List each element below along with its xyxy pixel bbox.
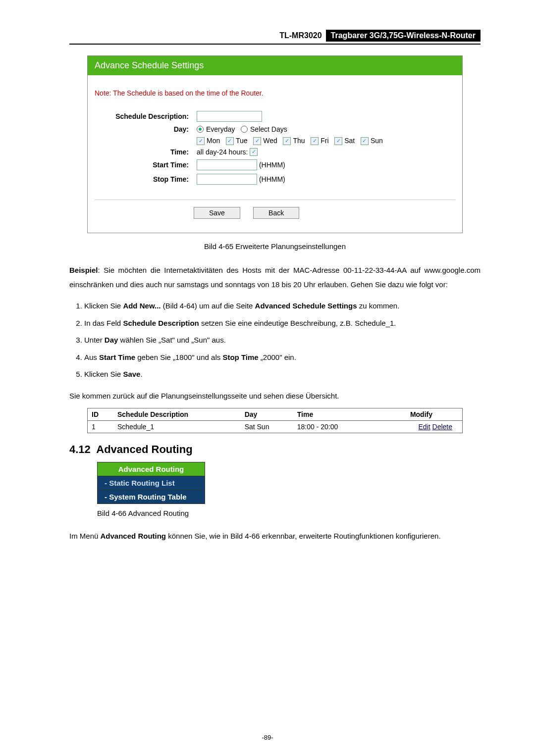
table-row: 1 Schedule_1 Sat Sun 18:00 - 20:00 Edit … <box>88 421 462 433</box>
th-day: Day <box>241 408 293 421</box>
step-5: Klicken Sie Save. <box>84 367 481 382</box>
page-number: -89- <box>0 734 535 741</box>
check-mon[interactable] <box>197 137 205 145</box>
save-button[interactable]: Save <box>194 207 240 219</box>
radio-select-days-label: Select Days <box>250 125 287 133</box>
th-id: ID <box>88 408 113 421</box>
step-2: In das Feld Schedule Description setzen … <box>84 316 481 331</box>
allday-label: all day-24 hours: <box>197 148 248 156</box>
start-time-input[interactable] <box>197 159 257 170</box>
panel-title: Advance Schedule Settings <box>88 56 462 75</box>
schedule-description-input[interactable] <box>197 111 262 122</box>
section-heading: 4.12 Advanced Routing <box>69 443 481 456</box>
check-allday[interactable] <box>250 148 258 156</box>
radio-everyday-label: Everyday <box>206 125 235 133</box>
figure-caption-4-66: Bild 4-66 Advanced Routing <box>97 509 481 517</box>
th-time: Time <box>293 408 372 421</box>
schedule-note: Note: The Schedule is based on the time … <box>95 89 455 97</box>
check-sat[interactable] <box>334 137 342 145</box>
step-4: Aus Start Time geben Sie „1800" und als … <box>84 351 481 365</box>
label-start-time: Start Time: <box>95 161 197 169</box>
label-stop-time: Stop Time: <box>95 175 197 183</box>
label-description: Schedule Description: <box>95 112 197 120</box>
back-button[interactable]: Back <box>253 207 299 219</box>
menu-item-system-routing[interactable]: - System Routing Table <box>98 490 205 504</box>
example-paragraph: Beispiel: Sie möchten die Internetaktivi… <box>69 263 481 292</box>
radio-select-days[interactable] <box>241 126 248 133</box>
delete-link[interactable]: Delete <box>432 423 452 431</box>
day-checkbox-row: Mon Tue Wed Thu Fri Sat Sun <box>197 137 455 145</box>
stop-time-hint: (HHMM) <box>259 175 285 183</box>
check-tue[interactable] <box>226 137 234 145</box>
routing-paragraph: Im Menü Advanced Routing können Sie, wie… <box>69 529 481 544</box>
radio-everyday[interactable] <box>197 126 204 133</box>
model-label: TL-MR3020 <box>275 30 325 41</box>
menu-head[interactable]: Advanced Routing <box>98 462 205 476</box>
label-time: Time: <box>95 148 197 156</box>
th-modify: Modify <box>372 408 462 421</box>
check-thu[interactable] <box>283 137 291 145</box>
after-list-paragraph: Sie kommen zurück auf die Planungseinste… <box>69 389 481 403</box>
edit-link[interactable]: Edit <box>419 423 430 431</box>
stop-time-input[interactable] <box>197 174 257 185</box>
schedule-table: ID Schedule Description Day Time Modify … <box>87 408 463 433</box>
step-3: Unter Day wählen Sie „Sat" und „Sun" aus… <box>84 333 481 348</box>
check-wed[interactable] <box>253 137 261 145</box>
check-fri[interactable] <box>311 137 319 145</box>
start-time-hint: (HHMM) <box>259 161 285 169</box>
advanced-routing-menu: Advanced Routing - Static Routing List -… <box>97 462 205 504</box>
th-desc: Schedule Description <box>113 408 241 421</box>
steps-list: Klicken Sie Add New... (Bild 4-64) um au… <box>69 299 481 382</box>
menu-item-static-routing[interactable]: - Static Routing List <box>98 476 205 490</box>
label-day: Day: <box>95 125 197 133</box>
step-1: Klicken Sie Add New... (Bild 4-64) um au… <box>84 299 481 313</box>
subtitle-label: Tragbarer 3G/3,75G-Wireless-N-Router <box>326 30 481 42</box>
doc-header: TL-MR3020Tragbarer 3G/3,75G-Wireless-N-R… <box>69 30 481 45</box>
schedule-settings-panel: Advance Schedule Settings Note: The Sche… <box>87 55 463 233</box>
check-sun[interactable] <box>361 137 369 145</box>
figure-caption-4-65: Bild 4-65 Erweiterte Planungseinstellung… <box>69 242 481 251</box>
